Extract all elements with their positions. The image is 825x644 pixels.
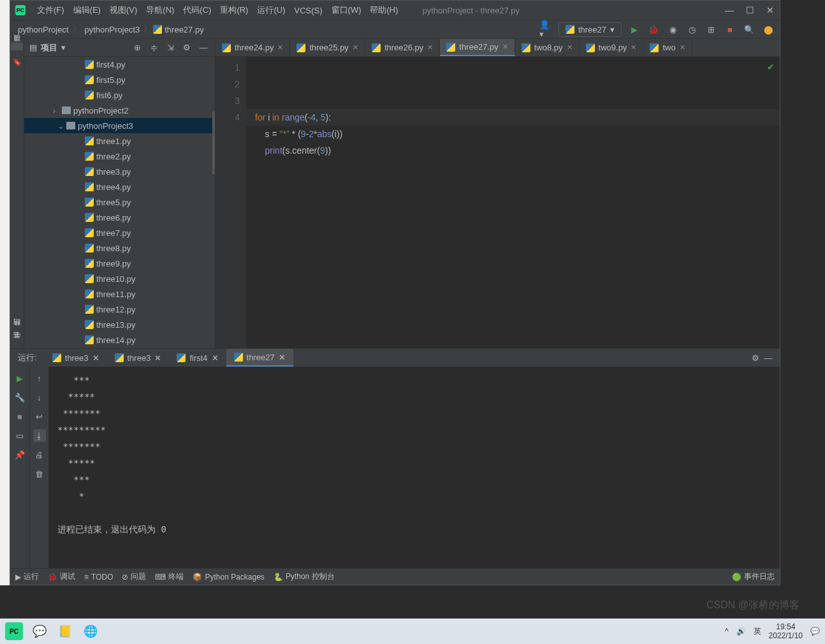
menu-file[interactable]: 文件(F) (33, 2, 68, 18)
debug-button[interactable]: 🐞 (647, 23, 660, 36)
editor-tab[interactable]: three27.py✕ (440, 39, 515, 56)
project-tool-tab[interactable]: 项目 (11, 43, 23, 50)
favorites-tool-tab[interactable]: 书签 (11, 340, 23, 348)
tree-file[interactable]: three10.py (24, 271, 215, 286)
hide-run-icon[interactable]: ― (762, 351, 775, 364)
tree-file[interactable]: three13.py (24, 317, 215, 332)
settings-icon[interactable]: ⚙ (180, 41, 193, 54)
locate-icon[interactable]: ⊕ (131, 41, 143, 54)
rerun-button[interactable]: ▶ (13, 372, 26, 384)
status-problems[interactable]: ⊘ 问题 (122, 571, 146, 582)
inspection-ok-icon[interactable]: ✔ (767, 62, 775, 72)
expand-all-icon[interactable]: ≑ (147, 41, 160, 54)
menu-run[interactable]: 运行(U) (253, 2, 289, 18)
print-icon[interactable]: 🖨 (33, 448, 46, 461)
tree-folder-collapsed[interactable]: ›pythonProject2 (24, 103, 215, 118)
close-tab-icon[interactable]: ✕ (567, 43, 573, 52)
menu-help[interactable]: 帮助(H) (366, 2, 402, 18)
run-configuration-selector[interactable]: three27 ▾ (559, 22, 622, 37)
close-tab-icon[interactable]: ✕ (502, 43, 508, 51)
tray-clock[interactable]: 19:54 2022/1/10 (769, 622, 803, 640)
tree-file[interactable]: first5.py (24, 72, 215, 87)
collapse-all-icon[interactable]: ⇲ (164, 41, 177, 54)
profile-button[interactable]: ◷ (685, 23, 698, 36)
coverage-button[interactable]: ◉ (666, 23, 679, 36)
tree-file[interactable]: three11.py (24, 286, 215, 302)
update-button[interactable]: ⬤ (762, 23, 775, 36)
search-everywhere-button[interactable]: 🔍 (743, 23, 756, 36)
run-tab[interactable]: three3✕ (107, 349, 170, 367)
tree-file[interactable]: first4.py (24, 57, 215, 72)
maximize-icon[interactable]: ☐ (745, 6, 754, 15)
status-eventlog[interactable]: 🟢 事件日志 (732, 571, 775, 582)
close-tab-icon[interactable]: ✕ (92, 353, 99, 363)
menu-vcs[interactable]: VCS(S) (290, 3, 326, 18)
editor-tab[interactable]: three25.py✕ (290, 39, 365, 56)
editor-tab[interactable]: three26.py✕ (365, 39, 440, 56)
code-area[interactable]: for i in range(-4, 5): s = "*" * (9-2*ab… (246, 57, 780, 348)
editor-tab[interactable]: three24.py✕ (215, 39, 290, 56)
run-tab[interactable]: three27✕ (226, 349, 293, 367)
tree-file[interactable]: three6.py (24, 210, 215, 225)
console-output[interactable]: *** ***** ******* ********* ******* ****… (48, 367, 780, 568)
code-editor[interactable]: 1234 for i in range(-4, 5): s = "*" * (9… (215, 57, 780, 348)
taskbar-pycharm-icon[interactable]: PC (5, 622, 23, 640)
editor-tab[interactable]: two8.py✕ (515, 39, 580, 56)
tree-file[interactable]: fist6.py (24, 87, 215, 103)
menu-refactor[interactable]: 重构(R) (216, 2, 252, 18)
minimize-icon[interactable]: ― (725, 6, 734, 15)
taskbar-edge-icon[interactable]: 🌐 (82, 622, 99, 640)
run-button[interactable]: ▶ (628, 23, 641, 36)
menu-nav[interactable]: 导航(N) (142, 2, 178, 18)
status-terminal[interactable]: ⌨ 终端 (155, 571, 184, 582)
up-icon[interactable]: ↑ (33, 372, 46, 384)
tree-file[interactable]: three4.py (24, 179, 215, 194)
stop-button[interactable]: ■ (724, 23, 736, 36)
tree-file[interactable]: three12.py (24, 302, 215, 317)
menu-code[interactable]: 代码(C) (179, 2, 215, 18)
taskbar-wechat-icon[interactable]: 💬 (31, 622, 48, 640)
tray-lang[interactable]: 英 (754, 626, 761, 637)
project-tree[interactable]: first4.pyfirst5.pyfist6.py›pythonProject… (24, 57, 215, 348)
tree-file[interactable]: three5.py (24, 194, 215, 210)
pin-button[interactable]: 📌 (13, 448, 26, 461)
scroll-to-end-icon[interactable]: ⭳ (33, 429, 46, 442)
status-console[interactable]: 🐍 Python 控制台 (274, 571, 335, 582)
concurrency-button[interactable]: ⊞ (705, 23, 717, 36)
tree-file[interactable]: three9.py (24, 256, 215, 271)
scrollbar[interactable] (212, 111, 215, 175)
menu-edit[interactable]: 编辑(E) (69, 2, 105, 18)
bookmarks-tool-tab[interactable]: 🔖 (11, 55, 24, 68)
layout-button[interactable]: ▭ (13, 429, 26, 442)
modify-run-config-button[interactable]: 🔧 (13, 391, 26, 404)
breadcrumb-folder[interactable]: pythonProject3 (82, 25, 143, 34)
clear-icon[interactable]: 🗑 (33, 467, 46, 480)
tree-file[interactable]: three8.py (24, 240, 215, 256)
user-icon[interactable]: 👤▾ (539, 23, 552, 36)
taskbar-notes-icon[interactable]: 📒 (56, 622, 74, 640)
breadcrumb-file[interactable]: three27.py (162, 25, 206, 34)
status-debug[interactable]: 🐞 调试 (48, 571, 75, 582)
close-tab-icon[interactable]: ✕ (353, 43, 358, 52)
tree-file[interactable]: three14.py (24, 332, 215, 348)
close-tab-icon[interactable]: ✕ (212, 353, 219, 363)
tree-file[interactable]: three1.py (24, 133, 215, 149)
soft-wrap-icon[interactable]: ↩ (33, 410, 46, 423)
status-todo[interactable]: ≡ TODO (84, 573, 113, 582)
dropdown-icon[interactable]: ▾ (61, 43, 66, 52)
close-tab-icon[interactable]: ✕ (680, 43, 685, 52)
tray-chevron-up-icon[interactable]: ^ (725, 627, 729, 636)
hide-icon[interactable]: ― (197, 41, 210, 54)
close-tab-icon[interactable]: ✕ (277, 43, 283, 52)
menu-window[interactable]: 窗口(W) (328, 2, 365, 18)
tree-file[interactable]: three15.py (24, 348, 215, 348)
tray-notifications-icon[interactable]: 💬 (810, 627, 820, 636)
structure-tool-tab[interactable]: 结构 (11, 328, 23, 335)
menu-view[interactable]: 视图(V) (106, 2, 141, 18)
editor-tab[interactable]: two✕ (643, 39, 692, 56)
close-tab-icon[interactable]: ✕ (427, 43, 433, 52)
breadcrumb-root[interactable]: pythonProject (15, 25, 71, 34)
run-tab[interactable]: three3✕ (45, 349, 107, 367)
close-icon[interactable]: ✕ (766, 6, 775, 15)
stop-run-button[interactable]: ■ (13, 410, 26, 423)
